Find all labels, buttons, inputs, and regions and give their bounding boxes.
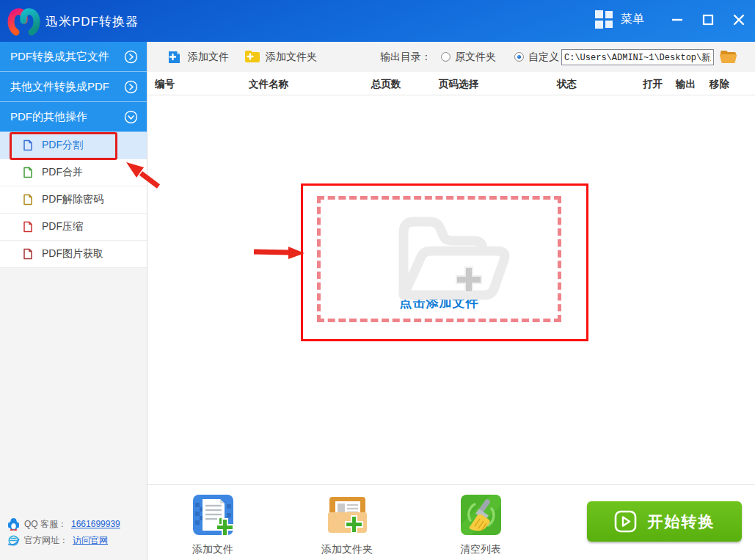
dropzone[interactable]: 点击添加文件 [317, 196, 561, 322]
add-file-action[interactable]: 添加文件 [169, 494, 257, 556]
website-label: 官方网址： [24, 534, 68, 547]
sidebar-item-label: PDF图片获取 [42, 247, 103, 261]
col-status: 状态 [557, 78, 577, 91]
start-convert-label: 开始转换 [648, 512, 715, 532]
pdf-file-icon [22, 167, 34, 178]
output-dir-label: 输出目录： [380, 51, 431, 64]
title-bar: 迅米PDF转换器 菜单 [0, 0, 755, 42]
radio-custom-label: 自定义 [528, 51, 559, 64]
section-label: PDF的其他操作 [10, 110, 87, 124]
qq-number-link[interactable]: 1661699939 [71, 519, 120, 529]
support-links: QQ 客服： 1661699939 官方网址： 访问官网 [7, 516, 120, 548]
menu-label: 菜单 [621, 12, 644, 27]
app-title: 迅米PDF转换器 [45, 13, 139, 30]
pdf-file-icon [22, 194, 34, 206]
radio-original-folder[interactable]: 原文件夹 [441, 51, 496, 64]
chevron-right-circle-icon [124, 50, 138, 64]
menu-grid-icon [594, 10, 614, 29]
toolbar: 添加文件 添加文件夹 输出目录： 原文件夹 自定义 [147, 42, 755, 72]
clear-list-action[interactable]: 清空列表 [437, 494, 525, 556]
pdf-file-icon [22, 139, 34, 151]
sidebar-item-label: PDF压缩 [42, 220, 83, 233]
radio-custom-folder[interactable]: 自定义 [514, 51, 559, 64]
section-label: PDF转换成其它文件 [10, 50, 109, 64]
browse-folder-button[interactable] [719, 48, 737, 65]
minimize-button[interactable] [665, 9, 690, 31]
pdf-file-icon [22, 248, 34, 260]
radio-original-label: 原文件夹 [455, 51, 496, 64]
add-folder-large-icon [383, 208, 522, 305]
maximize-button[interactable] [696, 9, 721, 31]
add-folder-large-icon [327, 494, 368, 536]
chevron-right-circle-icon [124, 80, 138, 94]
toolbar-add-folder-label: 添加文件夹 [266, 51, 317, 64]
minimize-icon [671, 14, 683, 26]
maximize-icon [702, 14, 714, 26]
qq-icon [7, 517, 20, 531]
sidebar-item-pdf-compress[interactable]: PDF压缩 [0, 214, 147, 241]
sidebar-item-pdf-merge[interactable]: PDF合并 [0, 159, 147, 186]
add-file-icon [167, 49, 183, 65]
radio-dot-icon [514, 52, 524, 62]
add-folder-action[interactable]: 添加文件夹 [303, 494, 391, 556]
col-total-pages: 总页数 [371, 78, 401, 91]
start-convert-button[interactable]: 开始转换 [587, 501, 742, 542]
sidebar-item-label: PDF合并 [42, 166, 83, 179]
sidebar-item-pdf-image-extract[interactable]: PDF图片获取 [0, 241, 147, 268]
sidebar: PDF转换成其它文件 其他文件转换成PDF PDF的其他操作 PDF分割 PD [0, 42, 147, 560]
bottom-action-bar: 添加文件 添加文件夹 清空列表 开始转换 [147, 484, 755, 560]
col-filename: 文件名称 [249, 78, 288, 91]
play-icon [614, 510, 637, 533]
toolbar-add-file-label: 添加文件 [188, 51, 229, 64]
chevron-down-circle-icon [124, 110, 138, 124]
menu-button[interactable]: 菜单 [594, 10, 644, 29]
section-label: 其他文件转换成PDF [10, 80, 109, 94]
sidebar-item-pdf-split[interactable]: PDF分割 [0, 132, 147, 159]
sidebar-section-other-to-pdf[interactable]: 其他文件转换成PDF [0, 72, 147, 102]
add-file-large-icon [192, 494, 234, 536]
add-folder-icon [244, 50, 260, 64]
sidebar-section-pdf-other-ops[interactable]: PDF的其他操作 [0, 102, 147, 132]
official-site-link[interactable]: 访问官网 [73, 534, 108, 547]
radio-circle-icon [441, 52, 451, 62]
browse-folder-icon [720, 50, 737, 64]
close-icon [733, 14, 745, 26]
clear-list-action-label: 清空列表 [460, 543, 501, 556]
add-folder-action-label: 添加文件夹 [321, 543, 373, 556]
toolbar-add-file-button[interactable]: 添加文件 [167, 49, 229, 65]
sidebar-item-pdf-remove-password[interactable]: PDF解除密码 [0, 186, 147, 214]
output-path-input[interactable] [561, 49, 714, 65]
pdf-file-icon [22, 221, 34, 233]
col-number: 编号 [155, 78, 175, 91]
toolbar-add-folder-button[interactable]: 添加文件夹 [244, 50, 317, 64]
close-button[interactable] [726, 9, 751, 31]
col-output: 输出 [676, 78, 696, 91]
clear-list-broom-icon [460, 494, 502, 536]
sidebar-item-label: PDF分割 [42, 139, 83, 152]
col-page-select: 页码选择 [439, 78, 478, 91]
qq-label: QQ 客服： [24, 518, 67, 531]
sidebar-item-label: PDF解除密码 [42, 193, 103, 206]
sidebar-section-pdf-to-other[interactable]: PDF转换成其它文件 [0, 42, 147, 72]
ie-browser-icon [7, 534, 20, 547]
file-list-header: 编号 文件名称 总页数 页码选择 状态 打开 输出 移除 [147, 72, 755, 95]
add-file-action-label: 添加文件 [192, 543, 233, 556]
col-remove: 移除 [710, 78, 729, 91]
app-logo-icon [7, 5, 40, 40]
col-open: 打开 [643, 78, 663, 91]
